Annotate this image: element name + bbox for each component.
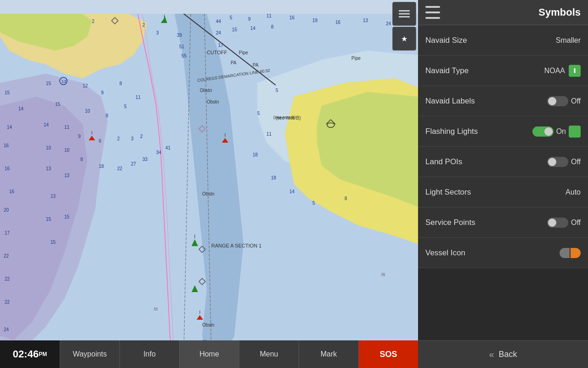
svg-text:5: 5 xyxy=(276,88,278,93)
svg-text:44: 44 xyxy=(216,19,221,24)
svg-text:Pipe: Pipe xyxy=(351,56,361,61)
panel-menu-icon[interactable] xyxy=(425,6,440,19)
svg-text:22: 22 xyxy=(5,276,10,282)
svg-text:15: 15 xyxy=(51,240,56,245)
flashing-lights-toggle[interactable] xyxy=(532,126,554,137)
land-pois-toggle-container: Off xyxy=(547,157,581,167)
svg-text:Obstn: Obstn xyxy=(202,191,215,196)
svg-text:11: 11 xyxy=(64,125,70,130)
navaid-type-row[interactable]: Navaid Type NOAA xyxy=(418,56,588,86)
map-area[interactable]: COLREGS DEMARCATION LINE 80.52 xyxy=(0,0,418,368)
svg-text:13: 13 xyxy=(363,18,368,23)
vessel-icon-toggle[interactable] xyxy=(560,248,581,258)
svg-text:11: 11 xyxy=(136,95,141,100)
vessel-icon-left xyxy=(560,248,570,258)
navaid-size-row[interactable]: Navaid Size Smaller xyxy=(418,25,588,56)
svg-text:8: 8 xyxy=(119,81,122,86)
svg-text:18: 18 xyxy=(253,152,258,157)
land-pois-value: Off xyxy=(571,158,581,166)
svg-text:3: 3 xyxy=(156,30,159,35)
flashing-lights-row[interactable]: Flashing Lights On xyxy=(418,116,588,147)
menu-bar-3 xyxy=(425,17,440,19)
menu-button[interactable]: Menu xyxy=(239,340,299,368)
svg-text:15: 15 xyxy=(46,81,51,86)
svg-text:15: 15 xyxy=(5,90,10,95)
svg-text:Pipe: Pipe xyxy=(239,50,248,55)
service-points-toggle[interactable] xyxy=(547,218,568,228)
svg-text:14: 14 xyxy=(18,106,24,111)
svg-text:13: 13 xyxy=(62,79,66,84)
flashing-lights-knob xyxy=(544,127,553,136)
star-overlay-button[interactable]: ★ xyxy=(392,27,416,51)
svg-text:fS: fS xyxy=(381,272,385,277)
svg-text:13: 13 xyxy=(51,194,56,199)
navaid-size-value: Smaller xyxy=(556,36,581,45)
vessel-icon-label: Vessel Icon xyxy=(425,248,465,258)
svg-text:10: 10 xyxy=(85,109,90,114)
vessel-icon-row[interactable]: Vessel Icon xyxy=(418,238,588,268)
flashing-lights-label: Flashing Lights xyxy=(425,127,478,136)
svg-text:8: 8 xyxy=(80,157,83,162)
settings-list: Navaid Size Smaller Navaid Type NOAA Nav… xyxy=(418,25,588,340)
svg-text:2: 2 xyxy=(92,19,95,24)
sos-button[interactable]: SOS xyxy=(358,340,418,368)
vessel-icon-right xyxy=(571,248,581,258)
svg-text:15: 15 xyxy=(55,102,61,107)
light-sectors-row[interactable]: Light Sectors Auto xyxy=(418,177,588,207)
back-button[interactable]: « Back xyxy=(418,340,588,368)
svg-text:(see note B): (see note B) xyxy=(273,115,296,120)
navaid-labels-row[interactable]: Navaid Labels Off xyxy=(418,86,588,116)
svg-text:14: 14 xyxy=(289,189,295,194)
svg-text:9: 9 xyxy=(101,90,104,95)
home-button[interactable]: Home xyxy=(179,340,239,368)
svg-text:16: 16 xyxy=(289,15,295,20)
mark-button[interactable]: Mark xyxy=(299,340,358,368)
waypoints-button[interactable]: Waypoints xyxy=(60,340,119,368)
map-overlay-buttons: ★ xyxy=(390,0,418,52)
svg-text:34: 34 xyxy=(156,150,162,155)
svg-text:24: 24 xyxy=(216,30,221,35)
light-sectors-label: Light Sectors xyxy=(425,188,471,197)
svg-text:14: 14 xyxy=(250,26,256,31)
svg-text:5: 5 xyxy=(230,15,232,20)
time-display: 02:46PM xyxy=(0,340,60,368)
navaid-labels-toggle[interactable] xyxy=(547,96,568,106)
svg-text:19: 19 xyxy=(312,18,318,23)
land-pois-toggle[interactable] xyxy=(547,157,568,167)
svg-text:PA: PA xyxy=(231,60,237,65)
svg-text:22: 22 xyxy=(5,299,10,305)
menu-overlay-button[interactable] xyxy=(392,2,416,26)
bottom-toolbar: 02:46PM Waypoints Info Home Menu Mark SO… xyxy=(0,340,418,368)
svg-text:9: 9 xyxy=(248,17,251,22)
svg-text:5: 5 xyxy=(257,111,260,116)
svg-text:Obstn: Obstn xyxy=(202,322,215,328)
flashing-lights-badge xyxy=(569,126,581,138)
svg-text:9: 9 xyxy=(78,134,81,139)
navaid-size-text: Smaller xyxy=(556,36,581,45)
navaid-type-badge xyxy=(569,65,581,77)
info-button[interactable]: Info xyxy=(119,340,179,368)
navaid-type-value: NOAA xyxy=(544,65,581,77)
menu-bar-1 xyxy=(425,6,440,8)
back-button-label: Back xyxy=(499,350,517,359)
svg-text:11: 11 xyxy=(266,13,272,18)
svg-text:14: 14 xyxy=(7,125,12,130)
svg-text:24: 24 xyxy=(4,327,9,332)
svg-text:8: 8 xyxy=(106,113,108,118)
svg-text:39: 39 xyxy=(177,33,182,38)
svg-text:6: 6 xyxy=(99,138,102,144)
svg-text:51: 51 xyxy=(179,44,185,49)
svg-text:15: 15 xyxy=(64,214,70,219)
navaid-size-label: Navaid Size xyxy=(425,36,467,45)
svg-text:27: 27 xyxy=(131,161,136,167)
land-pois-row[interactable]: Land POIs Off xyxy=(418,147,588,177)
svg-text:5: 5 xyxy=(312,201,315,206)
svg-text:10: 10 xyxy=(64,148,70,153)
service-points-row[interactable]: Service Points Off xyxy=(418,207,588,238)
svg-text:17: 17 xyxy=(5,230,10,236)
service-points-value: Off xyxy=(571,218,581,227)
svg-text:2: 2 xyxy=(117,136,120,141)
svg-text:16: 16 xyxy=(335,20,341,25)
svg-text:2: 2 xyxy=(142,23,145,28)
svg-rect-120 xyxy=(399,10,410,12)
